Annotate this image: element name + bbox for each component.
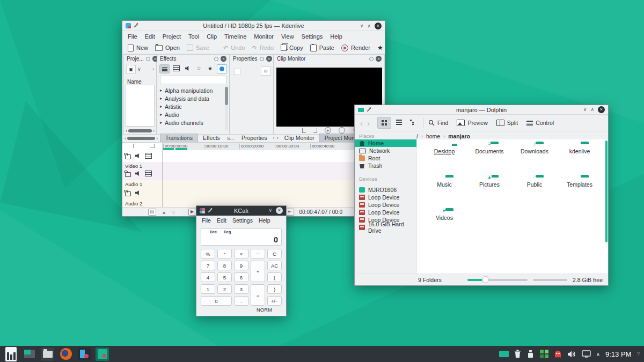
key-9[interactable]: 9 (234, 261, 248, 270)
folder-tile-desktop[interactable]: Desktop (422, 144, 467, 154)
float-icon[interactable] (146, 57, 150, 61)
track-header-divider[interactable] (163, 143, 163, 207)
hide-track-icon[interactable] (145, 171, 152, 176)
place-home[interactable]: Home (355, 139, 416, 147)
menu-file[interactable]: File (128, 33, 137, 40)
effects-search-input[interactable] (160, 76, 226, 84)
menu-clip[interactable]: Clip (207, 33, 217, 40)
app-launcher-button[interactable] (4, 348, 18, 361)
close-icon[interactable]: × (276, 207, 283, 214)
close-panel-icon[interactable]: × (266, 56, 272, 62)
key-2[interactable]: 2 (217, 284, 232, 294)
breadcrumb-home[interactable]: home (426, 133, 440, 139)
effect-category[interactable]: ▸ Audio channels (157, 119, 229, 127)
key-close-paren[interactable]: ) (267, 284, 282, 294)
menu-tool[interactable]: Tool (188, 33, 199, 40)
expand-tray-icon[interactable]: ∧ (596, 351, 600, 357)
scroll-right-icon[interactable]: › (156, 136, 158, 141)
task-file-manager[interactable] (41, 348, 54, 361)
lock-track-icon[interactable] (125, 154, 131, 159)
kdenlive-titlebar[interactable]: Untitled / HD 1080p 25 fps — Kdenlive ∨ … (122, 21, 385, 31)
maximize-icon[interactable]: ∧ (367, 24, 371, 28)
down-triangle-icon[interactable]: ∨ (172, 210, 175, 215)
menu-help[interactable]: Help (259, 217, 270, 224)
key-percent[interactable]: % (201, 249, 215, 258)
back-icon[interactable]: ‹ (360, 119, 363, 128)
control-button[interactable]: Control (526, 120, 554, 126)
menu-timeline[interactable]: Timeline (224, 33, 246, 40)
minimize-icon[interactable]: ∨ (360, 24, 364, 28)
breadcrumb-current[interactable]: manjaro (448, 133, 470, 139)
icons-view-button[interactable] (377, 117, 391, 129)
pin-icon[interactable] (367, 108, 370, 112)
lock-track-icon[interactable] (125, 172, 131, 177)
add-clip-dropdown-icon[interactable]: ∨ (137, 67, 141, 72)
menu-settings[interactable]: Settings (232, 217, 253, 224)
device-hard-drive[interactable]: 16.0 GiB Hard Drive (355, 224, 416, 231)
float-icon[interactable] (260, 57, 264, 61)
package-manager-icon[interactable] (540, 350, 548, 358)
folder-tile-videos[interactable]: ▸ Videos (422, 210, 467, 221)
menu-help[interactable]: Help (330, 33, 342, 40)
key-multiply[interactable]: × (234, 249, 248, 258)
effect-category[interactable]: ▸ Artistic (157, 102, 229, 110)
expand-icon[interactable]: › (152, 67, 154, 72)
key-equals[interactable]: = (251, 284, 265, 306)
mute-track-icon[interactable] (135, 153, 141, 159)
key-6[interactable]: 6 (234, 272, 248, 282)
key-all-clear[interactable]: AC (267, 261, 282, 270)
task-active-app[interactable] (96, 348, 109, 361)
folder-tile-documents[interactable]: ≡ Documents (467, 144, 512, 154)
scroll-left-icon[interactable]: ‹ (126, 128, 127, 134)
render-button[interactable]: Render (341, 45, 370, 51)
folder-tile-music[interactable]: ♪ Music (422, 177, 467, 188)
menu-file[interactable]: File (202, 217, 211, 224)
play-icon[interactable]: ▶ (325, 127, 331, 134)
track-audio1[interactable]: Audio 1 (122, 180, 385, 200)
task-kdenlive[interactable] (77, 348, 91, 361)
undo-button[interactable]: ↶ Undo (223, 45, 245, 51)
key-5[interactable]: 5 (217, 272, 232, 282)
fit-zoom-icon[interactable]: ⇤ (286, 209, 294, 216)
vscrollbar-thumb[interactable] (225, 87, 228, 105)
effect-category[interactable]: ▸ Alpha manipulation (157, 86, 229, 94)
close-panel-icon[interactable]: × (376, 56, 382, 62)
key-7[interactable]: 7 (201, 261, 215, 270)
properties-checkbox[interactable] (234, 69, 240, 75)
menu-monitor[interactable]: Monitor (254, 33, 274, 40)
new-button[interactable]: New (128, 45, 148, 51)
track-video2[interactable] (122, 150, 385, 162)
effects-vscrollbar[interactable] (225, 85, 228, 131)
custom-effects-icon[interactable]: ☆ (194, 64, 203, 72)
zoom-slider[interactable] (467, 276, 528, 283)
float-icon[interactable] (214, 57, 218, 61)
audio-effects-icon[interactable] (183, 64, 192, 72)
tree-view-button[interactable] (406, 117, 419, 128)
record-icon[interactable] (339, 127, 345, 134)
key-plus[interactable]: + (251, 261, 265, 282)
effect-toggle-icon[interactable] (217, 64, 227, 73)
split-button[interactable]: Split (496, 120, 518, 126)
preview-button[interactable]: Preview (457, 120, 487, 126)
scroll-right-icon[interactable]: › (153, 128, 155, 134)
device-loop[interactable]: Loop Device (355, 209, 416, 216)
folder-view-scrollbar[interactable] (605, 141, 608, 242)
up-triangle-icon[interactable]: ▲ (162, 210, 166, 215)
timeline-tool-icon[interactable] (133, 144, 137, 148)
forward-icon[interactable]: › (367, 119, 370, 128)
place-root[interactable]: Root (355, 154, 416, 162)
details-view-button[interactable] (392, 117, 405, 128)
place-trash[interactable]: Trash (355, 162, 416, 169)
hscrollbar-thumb[interactable] (127, 137, 155, 140)
key-4[interactable]: 4 (201, 272, 215, 282)
zone-out-icon[interactable] (313, 128, 317, 133)
menu-settings[interactable]: Settings (302, 33, 323, 40)
scroll-left-icon[interactable]: ‹ (125, 136, 126, 141)
timeline-ruler[interactable]: 00:00:00:00 00:00:10:00 00:00:20:00 00:0… (163, 143, 385, 151)
show-all-effects-icon[interactable] (159, 64, 170, 73)
hscrollbar-thumb[interactable] (128, 129, 152, 132)
tab-scroll-left-icon[interactable]: ‹ (272, 135, 276, 142)
copy-button[interactable]: Copy (281, 45, 303, 51)
properties-tool-button[interactable]: ⊞ (261, 67, 270, 76)
video-effects-icon[interactable] (172, 64, 181, 72)
